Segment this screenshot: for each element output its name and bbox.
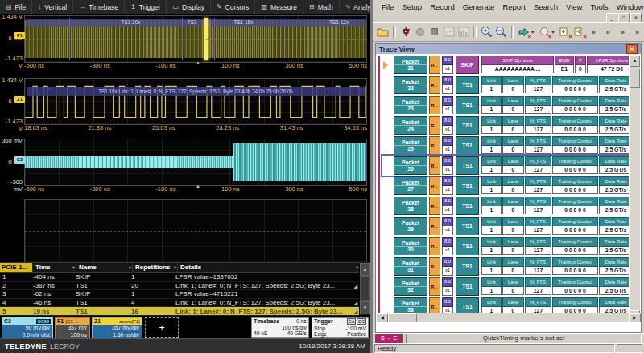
empty-waveform-grid[interactable] [24, 199, 367, 263]
vertical-scrollbar[interactable]: ▲ ▼ [630, 56, 640, 322]
clear-marker-right-icon[interactable]: × [572, 25, 586, 39]
scroll-thumb[interactable] [630, 69, 640, 88]
expand-triangle[interactable]: ◢ [353, 300, 357, 305]
packet-row[interactable]: Packet31R←8.0x1TS1Link1Lane0N_FTS127Trai… [383, 257, 629, 276]
start-end-marker-badge[interactable]: S → E [375, 334, 402, 343]
toolbar-overflow-icon[interactable]: » [630, 28, 644, 36]
packet-row[interactable]: Packet27R←8.0x1TS1Link1Lane0N_FTS127Trai… [383, 176, 629, 195]
ordered-set-type[interactable]: TS1 [456, 257, 479, 276]
acquisition-settings-icon[interactable] [399, 25, 413, 39]
analyzer-menu-item[interactable]: Window [613, 2, 644, 12]
z1-descriptor-box[interactable]: Z1zoom(F1) 357 mV/div1.60 ns/div [92, 317, 142, 338]
f1-channel-tag[interactable]: F1 [14, 32, 25, 39]
table-row[interactable]: 5 19 ns TS1 16 Link: 1; Lane#: 0; N_FTS:… [0, 307, 359, 316]
packet-number-box[interactable]: Packet25 [394, 136, 427, 155]
trace-view-titlebar[interactable]: Trace View ✕ [376, 44, 641, 54]
add-trace-button[interactable]: + [145, 317, 179, 338]
scope-menu-item[interactable]: ⊞ Math [303, 0, 340, 14]
z1-channel-tag[interactable]: Z1 [14, 96, 25, 103]
scroll-thumb[interactable] [360, 276, 370, 301]
analyzer-menu-item[interactable]: File [378, 2, 398, 12]
scope-menu-item[interactable]: ▭ Display [167, 0, 210, 14]
packet-row[interactable]: Packet22R←8.0x1TS1Link1Lane0N_FTS127Trai… [383, 76, 629, 94]
packet-row[interactable]: Packet26R←8.0x1TS1Link1Lane0N_FTS127Trai… [383, 156, 629, 175]
column-header-name[interactable]: Name▾ [76, 263, 132, 272]
zoom-in-icon[interactable] [480, 25, 493, 39]
packet-number-box[interactable]: Packet26 [394, 156, 427, 175]
packet-number-box[interactable]: Packet24 [394, 116, 427, 135]
protocol-tab[interactable]: PCIE-1... [0, 263, 32, 272]
scroll-thumb[interactable] [388, 313, 417, 322]
table-row[interactable]: 2 -387 ns TS1 20 Link: 1; Lane#: 0; N_FT… [0, 282, 359, 291]
scope-menu-item[interactable]: ↥ Trigger [125, 0, 167, 14]
table-row[interactable]: 3 -62 ns SKIP 1 LFSR value=4715221 ◢ [0, 290, 359, 299]
trigger-descriptor-box[interactable]: TriggerExtDC Stop-100 mV EdgePositive [312, 317, 369, 338]
toolbar-overflow-icon[interactable]: » [587, 28, 601, 36]
c3-descriptor-box[interactable]: C3DC50 90 mV/div0.0 mV ofst [2, 317, 53, 338]
ordered-set-type[interactable]: TS1 [456, 156, 479, 175]
ordered-set-type[interactable]: TS1 [456, 176, 479, 195]
analyzer-menu-item[interactable]: Search [530, 2, 562, 12]
scope-menu-item[interactable]: ▤ File [0, 0, 32, 14]
ordered-set-type[interactable]: TS1 [456, 197, 479, 215]
ordered-set-type[interactable]: TS1 [456, 116, 479, 135]
close-icon[interactable]: ✕ [626, 44, 638, 54]
statistics-disabled-icon[interactable] [456, 25, 470, 39]
column-header-repetitions[interactable]: Repetitions▾ [132, 263, 177, 272]
analyzer-menu-item[interactable]: Generate [459, 2, 499, 12]
scroll-up-button[interactable]: ▲ [360, 263, 370, 276]
packet-number-box[interactable]: Packet29 [394, 217, 427, 235]
packet-number-box[interactable]: Packet21 [394, 56, 427, 74]
ordered-set-type[interactable]: TS1 [456, 76, 479, 94]
table-row[interactable]: 4 -46 ns TS1 4 Link: 1; Lane#: 0; N_FTS:… [0, 299, 359, 308]
column-header-details[interactable]: Details▾ [177, 263, 359, 272]
scroll-left-button[interactable]: ◀ [376, 313, 388, 322]
packet-row[interactable]: Packet29R←8.0x1TS1Link1Lane0N_FTS127Trai… [383, 217, 629, 235]
stop-icon[interactable] [427, 25, 441, 39]
packet-row[interactable]: Packet28R←8.0x1TS1Link1Lane0N_FTS127Trai… [383, 197, 629, 215]
table-scrollbar[interactable]: ▲ ▼ [360, 262, 370, 315]
scope-menu-item[interactable]: ↔ Timebase [73, 0, 125, 14]
timebase-descriptor-box[interactable]: Timebase0 ns 100 ns/div 40 kS40 GS/s [251, 317, 309, 338]
packet-number-box[interactable]: Packet23 [394, 96, 427, 114]
analyzer-menu-item[interactable]: Tools [586, 2, 612, 12]
dropdown-caret-icon[interactable]: ▾ [531, 29, 537, 35]
packet-row[interactable]: Packet23R←8.0x1TS1Link1Lane0N_FTS127Trai… [383, 96, 629, 114]
clear-search-icon[interactable]: × [538, 25, 551, 39]
horizontal-scrollbar[interactable]: ◀ ▶ [376, 313, 641, 322]
dropdown-caret-icon[interactable]: ▾ [552, 29, 558, 35]
table-row[interactable]: 1 -404 ns SKIP 1 LFSR value=1337652 ◢ [0, 273, 359, 282]
packet-row[interactable]: Packet25R←8.0x1TS1Link1Lane0N_FTS127Trai… [383, 136, 629, 155]
packet-number-box[interactable]: Packet27 [394, 176, 427, 195]
column-header-time[interactable]: Time▾ [32, 263, 76, 272]
scope-menu-item[interactable]: ▥ Measure [255, 0, 303, 14]
ordered-set-type[interactable]: TS1 [456, 96, 479, 114]
record-icon[interactable] [414, 25, 427, 39]
zoom-out-icon[interactable] [494, 25, 508, 39]
ordered-set-type[interactable]: TS1 [456, 237, 479, 255]
clear-marker-left-icon[interactable]: × [558, 25, 572, 39]
packet-number-box[interactable]: Packet22 [394, 76, 427, 94]
f1-descriptor-box[interactable]: F1 (C1-... 357 mV100 ns [55, 317, 90, 338]
packet-number-box[interactable]: Packet32 [394, 277, 427, 296]
scope-menu-item[interactable]: ↕ Vertical [32, 0, 73, 14]
analyzer-menu-item[interactable]: Setup [398, 2, 426, 12]
clear-filter-icon[interactable]: × [517, 25, 530, 39]
toolbar-overflow-icon[interactable]: » [616, 28, 630, 36]
open-file-icon[interactable] [376, 25, 390, 39]
ordered-set-type[interactable]: SKIP [456, 56, 479, 74]
scroll-down-button[interactable]: ▼ [360, 301, 370, 314]
expand-triangle[interactable]: ◢ [353, 283, 357, 289]
scroll-up-button[interactable]: ▲ [630, 56, 640, 67]
scroll-right-button[interactable]: ▶ [629, 313, 641, 322]
analyzer-menu-item[interactable]: View [562, 2, 586, 12]
expand-triangle[interactable]: ◢ [353, 309, 357, 314]
ordered-set-type[interactable]: TS1 [456, 277, 479, 296]
analyzer-menu-item[interactable]: Record [426, 2, 459, 12]
c3-channel-tag[interactable]: C3 [14, 156, 25, 164]
packet-number-box[interactable]: Packet28 [394, 197, 427, 215]
packet-row[interactable]: Packet32R←8.0x1TS1Link1Lane0N_FTS127Trai… [383, 277, 629, 296]
scope-menu-item[interactable]: ✎ Cursors [211, 0, 255, 14]
c3-waveform-grid[interactable] [24, 139, 367, 186]
packet-number-box[interactable]: Packet31 [394, 257, 427, 276]
